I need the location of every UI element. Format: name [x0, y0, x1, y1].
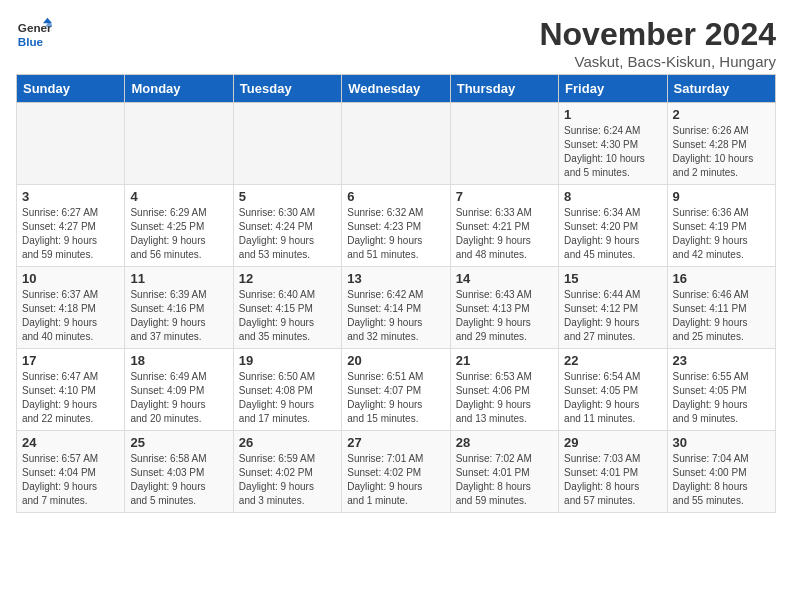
calendar-cell: 23Sunrise: 6:55 AM Sunset: 4:05 PM Dayli… — [667, 349, 775, 431]
calendar-cell: 11Sunrise: 6:39 AM Sunset: 4:16 PM Dayli… — [125, 267, 233, 349]
calendar-cell: 1Sunrise: 6:24 AM Sunset: 4:30 PM Daylig… — [559, 103, 667, 185]
day-info: Sunrise: 6:54 AM Sunset: 4:05 PM Dayligh… — [564, 370, 661, 426]
day-info: Sunrise: 6:42 AM Sunset: 4:14 PM Dayligh… — [347, 288, 444, 344]
day-number: 21 — [456, 353, 553, 368]
day-info: Sunrise: 6:34 AM Sunset: 4:20 PM Dayligh… — [564, 206, 661, 262]
location-subtitle: Vaskut, Bacs-Kiskun, Hungary — [539, 53, 776, 70]
calendar-cell: 15Sunrise: 6:44 AM Sunset: 4:12 PM Dayli… — [559, 267, 667, 349]
day-info: Sunrise: 7:04 AM Sunset: 4:00 PM Dayligh… — [673, 452, 770, 508]
day-info: Sunrise: 7:03 AM Sunset: 4:01 PM Dayligh… — [564, 452, 661, 508]
day-info: Sunrise: 6:24 AM Sunset: 4:30 PM Dayligh… — [564, 124, 661, 180]
month-title: November 2024 — [539, 16, 776, 53]
day-info: Sunrise: 6:55 AM Sunset: 4:05 PM Dayligh… — [673, 370, 770, 426]
calendar-cell: 7Sunrise: 6:33 AM Sunset: 4:21 PM Daylig… — [450, 185, 558, 267]
header: General Blue November 2024 Vaskut, Bacs-… — [16, 16, 776, 70]
day-header-wednesday: Wednesday — [342, 75, 450, 103]
day-info: Sunrise: 6:27 AM Sunset: 4:27 PM Dayligh… — [22, 206, 119, 262]
day-number: 25 — [130, 435, 227, 450]
day-header-thursday: Thursday — [450, 75, 558, 103]
day-number: 3 — [22, 189, 119, 204]
calendar-cell: 10Sunrise: 6:37 AM Sunset: 4:18 PM Dayli… — [17, 267, 125, 349]
day-header-monday: Monday — [125, 75, 233, 103]
day-info: Sunrise: 6:46 AM Sunset: 4:11 PM Dayligh… — [673, 288, 770, 344]
day-info: Sunrise: 6:57 AM Sunset: 4:04 PM Dayligh… — [22, 452, 119, 508]
day-info: Sunrise: 6:58 AM Sunset: 4:03 PM Dayligh… — [130, 452, 227, 508]
day-header-sunday: Sunday — [17, 75, 125, 103]
day-info: Sunrise: 6:50 AM Sunset: 4:08 PM Dayligh… — [239, 370, 336, 426]
calendar-week-3: 10Sunrise: 6:37 AM Sunset: 4:18 PM Dayli… — [17, 267, 776, 349]
calendar-cell: 6Sunrise: 6:32 AM Sunset: 4:23 PM Daylig… — [342, 185, 450, 267]
calendar-cell: 20Sunrise: 6:51 AM Sunset: 4:07 PM Dayli… — [342, 349, 450, 431]
calendar-cell — [17, 103, 125, 185]
calendar-cell: 19Sunrise: 6:50 AM Sunset: 4:08 PM Dayli… — [233, 349, 341, 431]
day-number: 16 — [673, 271, 770, 286]
day-info: Sunrise: 6:39 AM Sunset: 4:16 PM Dayligh… — [130, 288, 227, 344]
day-header-saturday: Saturday — [667, 75, 775, 103]
calendar-cell: 29Sunrise: 7:03 AM Sunset: 4:01 PM Dayli… — [559, 431, 667, 513]
calendar-cell: 9Sunrise: 6:36 AM Sunset: 4:19 PM Daylig… — [667, 185, 775, 267]
calendar-cell — [125, 103, 233, 185]
day-number: 22 — [564, 353, 661, 368]
day-info: Sunrise: 6:26 AM Sunset: 4:28 PM Dayligh… — [673, 124, 770, 180]
calendar-cell: 26Sunrise: 6:59 AM Sunset: 4:02 PM Dayli… — [233, 431, 341, 513]
day-number: 26 — [239, 435, 336, 450]
day-info: Sunrise: 6:59 AM Sunset: 4:02 PM Dayligh… — [239, 452, 336, 508]
day-number: 1 — [564, 107, 661, 122]
calendar-cell: 16Sunrise: 6:46 AM Sunset: 4:11 PM Dayli… — [667, 267, 775, 349]
day-info: Sunrise: 6:51 AM Sunset: 4:07 PM Dayligh… — [347, 370, 444, 426]
day-info: Sunrise: 6:47 AM Sunset: 4:10 PM Dayligh… — [22, 370, 119, 426]
calendar-cell: 17Sunrise: 6:47 AM Sunset: 4:10 PM Dayli… — [17, 349, 125, 431]
calendar-cell: 8Sunrise: 6:34 AM Sunset: 4:20 PM Daylig… — [559, 185, 667, 267]
day-number: 8 — [564, 189, 661, 204]
day-number: 24 — [22, 435, 119, 450]
calendar-cell: 28Sunrise: 7:02 AM Sunset: 4:01 PM Dayli… — [450, 431, 558, 513]
calendar-cell: 18Sunrise: 6:49 AM Sunset: 4:09 PM Dayli… — [125, 349, 233, 431]
day-number: 15 — [564, 271, 661, 286]
calendar-cell: 27Sunrise: 7:01 AM Sunset: 4:02 PM Dayli… — [342, 431, 450, 513]
day-info: Sunrise: 6:30 AM Sunset: 4:24 PM Dayligh… — [239, 206, 336, 262]
calendar-cell: 21Sunrise: 6:53 AM Sunset: 4:06 PM Dayli… — [450, 349, 558, 431]
day-number: 11 — [130, 271, 227, 286]
calendar-cell: 25Sunrise: 6:58 AM Sunset: 4:03 PM Dayli… — [125, 431, 233, 513]
calendar-week-1: 1Sunrise: 6:24 AM Sunset: 4:30 PM Daylig… — [17, 103, 776, 185]
day-info: Sunrise: 6:40 AM Sunset: 4:15 PM Dayligh… — [239, 288, 336, 344]
day-header-tuesday: Tuesday — [233, 75, 341, 103]
calendar-cell: 2Sunrise: 6:26 AM Sunset: 4:28 PM Daylig… — [667, 103, 775, 185]
calendar-cell: 5Sunrise: 6:30 AM Sunset: 4:24 PM Daylig… — [233, 185, 341, 267]
calendar-table: SundayMondayTuesdayWednesdayThursdayFrid… — [16, 74, 776, 513]
day-number: 12 — [239, 271, 336, 286]
calendar-cell: 3Sunrise: 6:27 AM Sunset: 4:27 PM Daylig… — [17, 185, 125, 267]
day-info: Sunrise: 6:43 AM Sunset: 4:13 PM Dayligh… — [456, 288, 553, 344]
calendar-cell — [450, 103, 558, 185]
day-info: Sunrise: 6:53 AM Sunset: 4:06 PM Dayligh… — [456, 370, 553, 426]
day-number: 18 — [130, 353, 227, 368]
svg-text:Blue: Blue — [18, 35, 44, 48]
day-info: Sunrise: 6:44 AM Sunset: 4:12 PM Dayligh… — [564, 288, 661, 344]
day-number: 27 — [347, 435, 444, 450]
day-number: 20 — [347, 353, 444, 368]
day-number: 4 — [130, 189, 227, 204]
calendar-week-4: 17Sunrise: 6:47 AM Sunset: 4:10 PM Dayli… — [17, 349, 776, 431]
day-number: 23 — [673, 353, 770, 368]
calendar-cell: 30Sunrise: 7:04 AM Sunset: 4:00 PM Dayli… — [667, 431, 775, 513]
calendar-cell: 24Sunrise: 6:57 AM Sunset: 4:04 PM Dayli… — [17, 431, 125, 513]
day-number: 6 — [347, 189, 444, 204]
calendar-cell — [233, 103, 341, 185]
day-info: Sunrise: 6:33 AM Sunset: 4:21 PM Dayligh… — [456, 206, 553, 262]
logo: General Blue — [16, 16, 52, 52]
day-number: 28 — [456, 435, 553, 450]
calendar-cell — [342, 103, 450, 185]
day-info: Sunrise: 6:36 AM Sunset: 4:19 PM Dayligh… — [673, 206, 770, 262]
day-number: 7 — [456, 189, 553, 204]
day-number: 2 — [673, 107, 770, 122]
calendar-cell: 13Sunrise: 6:42 AM Sunset: 4:14 PM Dayli… — [342, 267, 450, 349]
day-number: 29 — [564, 435, 661, 450]
calendar-week-5: 24Sunrise: 6:57 AM Sunset: 4:04 PM Dayli… — [17, 431, 776, 513]
day-number: 9 — [673, 189, 770, 204]
day-number: 17 — [22, 353, 119, 368]
day-number: 13 — [347, 271, 444, 286]
day-number: 5 — [239, 189, 336, 204]
day-info: Sunrise: 6:49 AM Sunset: 4:09 PM Dayligh… — [130, 370, 227, 426]
day-number: 14 — [456, 271, 553, 286]
logo-icon: General Blue — [16, 16, 52, 52]
